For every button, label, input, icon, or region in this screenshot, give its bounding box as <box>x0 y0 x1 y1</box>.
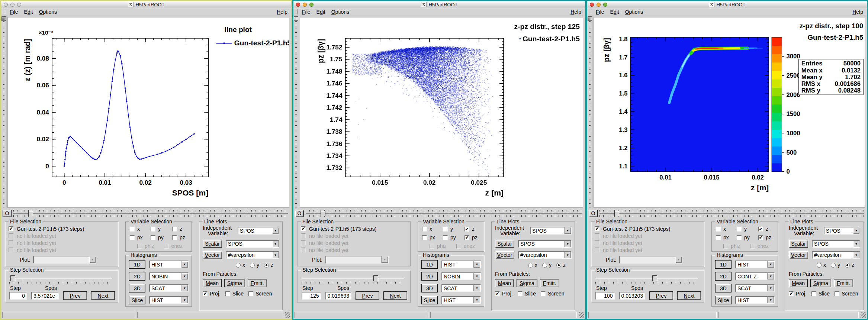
axis-radio-y-1[interactable] <box>542 263 547 268</box>
o-button-2[interactable]: O <box>589 210 598 217</box>
hist-1d-button-2[interactable]: 1D <box>715 260 732 269</box>
titlebar-0[interactable]: X H5PartROOT <box>1 1 291 8</box>
horizontal-ruler-1[interactable] <box>306 210 582 217</box>
vector-combo-2[interactable]: #varepsilon ▼ <box>812 251 860 259</box>
var-checkbox-pz-1[interactable]: ✔ <box>464 235 469 240</box>
hist-3d-button-2[interactable]: 3D <box>715 284 732 292</box>
axis-radio-x-0[interactable] <box>236 263 241 268</box>
titlebar-2[interactable]: X H5PartROOT <box>587 1 867 8</box>
menubar-grip-icon[interactable] <box>295 9 298 14</box>
dropdown-arrow-icon[interactable]: ▼ <box>767 261 774 268</box>
vector-button-2[interactable]: Vector <box>789 251 808 259</box>
menu-options-0[interactable]: Options <box>36 9 60 15</box>
axis-radio-z-0[interactable] <box>264 263 269 268</box>
proj-checkbox-2[interactable]: ✔ <box>789 291 794 296</box>
dropdown-arrow-icon[interactable]: ▼ <box>473 273 480 279</box>
root-canvas-0[interactable]: 00.010.020.0300.020.040.060.08SPOS [m]ε … <box>7 17 289 208</box>
horizontal-ruler-2[interactable] <box>599 210 864 217</box>
step-slider-0[interactable] <box>9 275 112 281</box>
dropdown-arrow-icon[interactable]: ▼ <box>853 252 859 258</box>
var-checkbox-py-2[interactable] <box>737 235 742 240</box>
menu-file-1[interactable]: File <box>299 9 314 15</box>
titlebar-1[interactable]: X H5PartROOT <box>293 1 585 8</box>
mean-button-2[interactable]: Mean <box>789 279 808 287</box>
vertical-ruler-2[interactable] <box>587 16 593 209</box>
sigma-button-0[interactable]: Sigma <box>224 279 245 287</box>
proj-checkbox-1[interactable]: ✔ <box>495 291 500 296</box>
menu-file-2[interactable]: File <box>593 9 607 15</box>
step-slider-1[interactable] <box>302 275 404 281</box>
zoom-button-icon[interactable] <box>17 3 21 7</box>
scalar-button-1[interactable]: Scalar <box>495 240 514 248</box>
hist-3d-button-1[interactable]: 3D <box>421 284 438 292</box>
hruler-thumb-2[interactable] <box>614 211 619 216</box>
o-button-1[interactable]: O <box>295 210 304 217</box>
menu-edit-1[interactable]: Edit <box>314 9 328 15</box>
hist-slice-combo-2[interactable]: HIST▼ <box>735 296 775 304</box>
close-button-icon[interactable] <box>590 3 594 7</box>
dropdown-arrow-icon[interactable]: ▼ <box>853 227 859 234</box>
dropdown-arrow-icon[interactable]: ▼ <box>181 273 188 279</box>
var-checkbox-px-2[interactable] <box>716 235 721 240</box>
file-checkbox-2-0[interactable]: ✔ <box>595 226 599 231</box>
vertical-ruler-1[interactable] <box>293 16 299 209</box>
step-input-2[interactable]: 100 <box>595 292 615 300</box>
spos-input-1[interactable]: 0.019693 <box>325 292 351 300</box>
next-button-0[interactable]: Next <box>91 291 115 300</box>
var-checkbox-z-0[interactable] <box>172 227 177 232</box>
vector-combo-0[interactable]: #varepsilon ▼ <box>226 251 279 259</box>
dropdown-arrow-icon[interactable]: ▼ <box>272 241 279 247</box>
emitt-button-1[interactable]: Emitt. <box>540 279 559 287</box>
menu-edit-2[interactable]: Edit <box>607 9 622 15</box>
dropdown-arrow-icon[interactable]: ▼ <box>767 297 774 303</box>
plot-combo-1[interactable]: ▼ <box>325 256 389 264</box>
o-button-0[interactable]: O <box>3 210 12 217</box>
next-button-2[interactable]: Next <box>677 291 701 300</box>
dropdown-arrow-icon[interactable]: ▼ <box>181 285 188 291</box>
step-input-0[interactable]: 0 <box>9 292 27 300</box>
screen-checkbox-0[interactable] <box>248 291 253 296</box>
var-checkbox-y-0[interactable] <box>151 227 155 232</box>
var-checkbox-pz-0[interactable] <box>172 235 177 240</box>
hist-1d-combo-0[interactable]: HIST▼ <box>149 261 189 268</box>
var-checkbox-x-1[interactable] <box>422 227 427 232</box>
axis-radio-z-1[interactable] <box>556 263 561 268</box>
root-canvas-2[interactable]: 0.010.0150.021.11.21.31.41.51.61.71.8z [… <box>594 17 865 208</box>
hruler-thumb-0[interactable] <box>28 211 33 216</box>
menu-options-2[interactable]: Options <box>622 9 646 15</box>
dropdown-arrow-icon[interactable]: ▼ <box>767 273 774 279</box>
dropdown-arrow-icon[interactable]: ▼ <box>675 256 682 263</box>
var-checkbox-x-2[interactable] <box>716 227 721 232</box>
step-slider-thumb-0[interactable] <box>10 275 15 281</box>
file-checkbox-1-0[interactable]: ✔ <box>301 226 306 231</box>
hist-3d-combo-1[interactable]: SCAT▼ <box>441 284 481 292</box>
dropdown-arrow-icon[interactable]: ▼ <box>381 256 388 263</box>
var-checkbox-x-0[interactable] <box>130 227 135 232</box>
menubar-grip-icon[interactable] <box>589 9 591 14</box>
step-slider-thumb-1[interactable] <box>373 275 378 281</box>
dropdown-arrow-icon[interactable]: ▼ <box>89 256 96 263</box>
hist-3d-combo-0[interactable]: SCAT▼ <box>149 284 189 292</box>
independent-variable-combo-0[interactable]: SPOS ▼ <box>238 227 279 235</box>
menu-edit-0[interactable]: Edit <box>21 9 36 15</box>
resize-grip-icon[interactable] <box>285 312 290 318</box>
axis-radio-y-2[interactable] <box>831 263 836 268</box>
screen-checkbox-1[interactable] <box>541 291 546 296</box>
dropdown-arrow-icon[interactable]: ▼ <box>181 297 188 303</box>
dropdown-arrow-icon[interactable]: ▼ <box>767 285 774 291</box>
independent-variable-combo-1[interactable]: SPOS ▼ <box>530 227 572 235</box>
minimize-button-icon[interactable] <box>597 3 601 7</box>
hist-1d-button-0[interactable]: 1D <box>129 260 145 269</box>
var-checkbox-py-0[interactable] <box>151 235 155 240</box>
menu-help-0[interactable]: Help <box>274 9 288 15</box>
step-input-1[interactable]: 125 <box>302 292 321 300</box>
hist-2d-combo-0[interactable]: NOBIN▼ <box>149 272 189 280</box>
var-checkbox-y-1[interactable] <box>443 227 448 232</box>
axis-radio-x-2[interactable] <box>817 263 822 268</box>
minimize-button-icon[interactable] <box>10 3 15 7</box>
hruler-thumb-1[interactable] <box>321 211 325 216</box>
vertical-ruler-0[interactable] <box>1 16 7 209</box>
file-checkbox-0-0[interactable]: ✔ <box>9 226 13 231</box>
dropdown-arrow-icon[interactable]: ▼ <box>473 285 480 291</box>
hist-slice-button-2[interactable]: Slice <box>715 296 732 304</box>
